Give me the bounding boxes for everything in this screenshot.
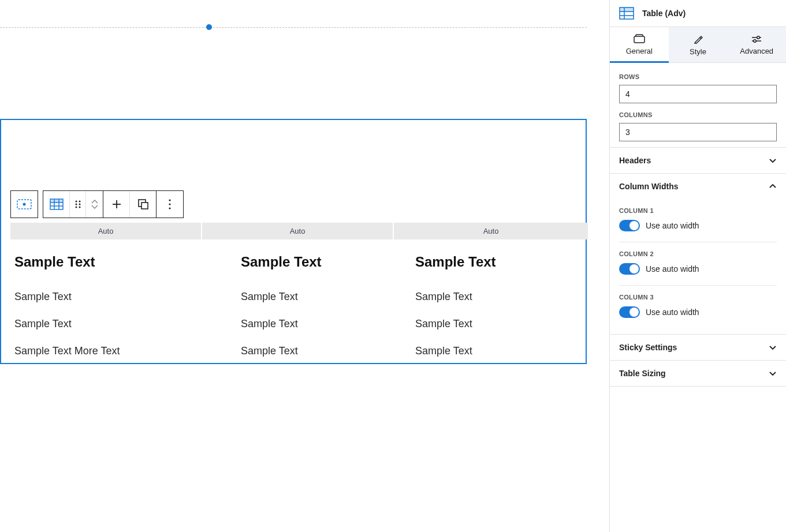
select-parent-button[interactable]	[11, 191, 38, 218]
column-1-label: COLUMN 1	[619, 207, 777, 214]
svg-point-18	[169, 199, 170, 201]
column-header-3[interactable]: Auto	[394, 223, 588, 239]
table-cell[interactable]: Sample Text	[241, 291, 415, 303]
table-cell[interactable]: Sample Text More Text	[14, 345, 241, 357]
column-2-auto-toggle[interactable]	[619, 263, 640, 275]
move-buttons	[86, 191, 103, 218]
column-2-label: COLUMN 2	[619, 250, 777, 257]
chevron-down-icon	[769, 156, 777, 165]
table-heading-cell[interactable]: Sample Text	[415, 254, 586, 276]
svg-rect-25	[620, 8, 634, 12]
svg-rect-7	[50, 199, 63, 203]
accordion-label: Table Sizing	[619, 369, 666, 378]
accordion-headers[interactable]: Headers	[610, 148, 786, 174]
accordion-table-sizing[interactable]: Table Sizing	[610, 361, 786, 387]
kebab-icon	[169, 199, 171, 209]
svg-point-13	[79, 207, 80, 208]
table-content: Sample Text Sample Text Sample Text Samp…	[14, 254, 586, 357]
table-icon	[50, 198, 64, 210]
svg-point-1	[23, 203, 26, 206]
style-tab-icon	[694, 35, 703, 44]
overlap-icon	[137, 198, 149, 210]
chevron-down-icon	[769, 343, 777, 352]
svg-point-30	[754, 40, 756, 42]
general-tab-icon	[634, 34, 645, 43]
svg-point-12	[75, 207, 77, 208]
column-3-label: COLUMN 3	[619, 294, 777, 301]
drag-icon	[75, 200, 81, 208]
column-width-bar: Auto Auto Auto	[10, 223, 588, 239]
tab-general[interactable]: General	[610, 27, 669, 63]
columns-label: COLUMNS	[619, 111, 777, 118]
svg-rect-17	[141, 203, 148, 209]
drag-handle[interactable]	[70, 191, 86, 218]
block-card: Table (Adv)	[610, 0, 786, 27]
chevron-up-icon	[91, 200, 98, 204]
tab-label: General	[626, 47, 653, 55]
toggle-label: Use auto width	[646, 264, 699, 274]
toolbar-group-main	[43, 190, 184, 218]
columns-input[interactable]	[619, 123, 777, 141]
toolbar-group-parent	[10, 190, 38, 218]
svg-rect-26	[634, 36, 645, 43]
svg-point-29	[757, 36, 759, 39]
table-cell[interactable]: Sample Text	[415, 291, 586, 303]
accordion-label: Column Widths	[619, 182, 679, 191]
move-down-button[interactable]	[91, 204, 98, 209]
svg-point-19	[169, 203, 170, 205]
table-cell[interactable]: Sample Text	[14, 291, 241, 303]
accordion-label: Headers	[619, 156, 651, 165]
block-toolbar	[10, 190, 184, 218]
add-button[interactable]	[103, 191, 130, 218]
chevron-down-icon	[769, 369, 777, 378]
block-type-button[interactable]	[43, 191, 70, 218]
editor-canvas: Auto Auto Auto Sample Text Sample Text S…	[0, 0, 609, 532]
tab-label: Advanced	[740, 47, 773, 55]
accordion-label: Sticky Settings	[619, 343, 677, 352]
tab-advanced[interactable]: Advanced	[727, 27, 786, 62]
svg-point-9	[79, 201, 80, 203]
overlap-button[interactable]	[130, 191, 157, 218]
accordion-sticky-settings[interactable]: Sticky Settings	[610, 335, 786, 361]
column-header-2[interactable]: Auto	[202, 223, 394, 239]
table-cell[interactable]: Sample Text	[241, 318, 415, 330]
chevron-up-icon	[769, 182, 777, 191]
svg-point-8	[75, 201, 77, 203]
svg-point-11	[79, 204, 80, 205]
alignment-guide	[0, 27, 587, 28]
rows-label: ROWS	[619, 73, 777, 80]
toggle-label: Use auto width	[646, 221, 699, 230]
panel-dimensions: ROWS COLUMNS	[610, 63, 786, 148]
svg-point-20	[169, 207, 170, 209]
table-icon	[619, 7, 634, 20]
table-heading-cell[interactable]: Sample Text	[241, 254, 415, 276]
column-1-auto-toggle[interactable]	[619, 220, 640, 231]
plus-icon	[111, 199, 122, 209]
column-3-auto-toggle[interactable]	[619, 306, 640, 318]
table-cell[interactable]: Sample Text	[14, 318, 241, 330]
resize-handle[interactable]	[206, 24, 212, 30]
tab-style[interactable]: Style	[669, 27, 728, 62]
svg-point-10	[75, 204, 77, 205]
column-widths-panel: COLUMN 1 Use auto width COLUMN 2 Use aut…	[610, 199, 786, 335]
rows-input[interactable]	[619, 85, 777, 103]
more-options-button[interactable]	[157, 191, 183, 218]
container-dashed-icon	[17, 199, 32, 209]
chevron-down-icon	[91, 204, 98, 209]
move-up-button[interactable]	[91, 200, 98, 204]
toggle-label: Use auto width	[646, 308, 699, 317]
column-header-1[interactable]: Auto	[10, 223, 202, 239]
table-cell[interactable]: Sample Text	[241, 345, 415, 357]
settings-sidebar: Table (Adv) General Style Advanced	[609, 0, 786, 532]
table-cell[interactable]: Sample Text	[415, 318, 586, 330]
tab-label: Style	[690, 47, 706, 56]
table-heading-cell[interactable]: Sample Text	[14, 254, 241, 276]
settings-tabs: General Style Advanced	[610, 27, 786, 63]
accordion-column-widths[interactable]: Column Widths	[610, 174, 786, 199]
table-cell[interactable]: Sample Text	[415, 345, 586, 357]
advanced-tab-icon	[751, 35, 762, 43]
block-name-label: Table (Adv)	[642, 9, 686, 18]
